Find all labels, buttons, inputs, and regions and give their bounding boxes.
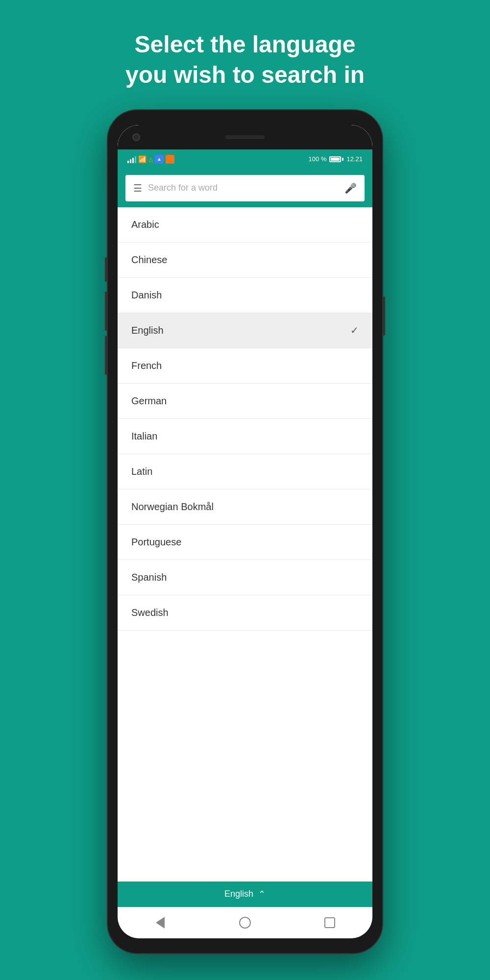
language-name: Portuguese <box>131 537 181 548</box>
home-button[interactable] <box>238 915 252 930</box>
language-item[interactable]: Spanish <box>118 560 372 595</box>
notch-bar <box>118 125 372 149</box>
app-icon-alert <box>166 155 174 164</box>
language-item[interactable]: Danish <box>118 278 372 313</box>
back-button[interactable] <box>153 915 168 930</box>
search-placeholder[interactable]: Search for a word <box>148 183 339 193</box>
language-name: French <box>131 360 162 371</box>
language-item[interactable]: German <box>118 384 372 419</box>
search-box[interactable]: ☰ Search for a word 🎤 <box>125 175 365 201</box>
battery-percent: 100 % <box>309 155 327 163</box>
speaker-grille <box>225 135 265 139</box>
language-list: ArabicChineseDanishEnglish✓FrenchGermanI… <box>118 207 372 882</box>
bottom-bar[interactable]: English ⌃ <box>118 882 372 907</box>
language-name: Swedish <box>131 607 169 618</box>
language-name: Spanish <box>131 572 167 583</box>
language-name: Norwegian Bokmål <box>131 501 214 513</box>
language-item[interactable]: Portuguese <box>118 525 372 560</box>
side-button-volume-down <box>105 292 108 331</box>
side-button-volume-up <box>105 257 108 282</box>
camera-dot <box>132 133 140 141</box>
home-icon <box>239 917 251 929</box>
clock: 12.21 <box>346 155 363 163</box>
page-headline: Select the language you wish to search i… <box>86 0 404 110</box>
recents-icon <box>324 917 335 928</box>
language-name: German <box>131 395 167 407</box>
language-name: Danish <box>131 290 162 301</box>
language-name: Italian <box>131 431 157 442</box>
battery-icon <box>329 156 343 162</box>
wifi-icon: 📶 <box>138 155 147 163</box>
warning-icon: △ <box>148 156 153 163</box>
language-item[interactable]: Chinese <box>118 243 372 278</box>
chevron-up-icon[interactable]: ⌃ <box>258 889 266 900</box>
signal-strength-icon <box>127 155 136 163</box>
side-button-power <box>382 296 385 336</box>
language-item[interactable]: Italian <box>118 419 372 454</box>
mic-icon[interactable]: 🎤 <box>344 182 357 194</box>
language-item[interactable]: English✓ <box>118 313 372 348</box>
hamburger-icon[interactable]: ☰ <box>133 182 142 194</box>
check-icon: ✓ <box>350 324 359 336</box>
language-item[interactable]: French <box>118 348 372 384</box>
app-bar: ☰ Search for a word 🎤 <box>118 169 372 207</box>
language-item[interactable]: Norwegian Bokmål <box>118 490 372 525</box>
language-item[interactable]: Latin <box>118 454 372 490</box>
selected-language-label: English <box>224 889 253 899</box>
side-button-silent <box>105 336 108 375</box>
back-icon <box>156 917 165 929</box>
language-name: Latin <box>131 466 152 477</box>
phone-mockup: 📶 △ ▲ 100 % 12.21 ☰ <box>108 110 382 953</box>
recents-button[interactable] <box>322 915 337 930</box>
language-item[interactable]: Swedish <box>118 595 372 631</box>
language-name: Arabic <box>131 219 159 230</box>
language-name: English <box>131 325 164 336</box>
language-item[interactable]: Arabic <box>118 207 372 243</box>
status-bar: 📶 △ ▲ 100 % 12.21 <box>118 149 372 169</box>
app-icon-navigation: ▲ <box>155 155 164 164</box>
status-right: 100 % 12.21 <box>309 155 363 163</box>
status-left: 📶 △ ▲ <box>127 155 174 164</box>
phone-screen: 📶 △ ▲ 100 % 12.21 ☰ <box>118 125 372 938</box>
navigation-bar <box>118 907 372 938</box>
language-name: Chinese <box>131 254 167 266</box>
